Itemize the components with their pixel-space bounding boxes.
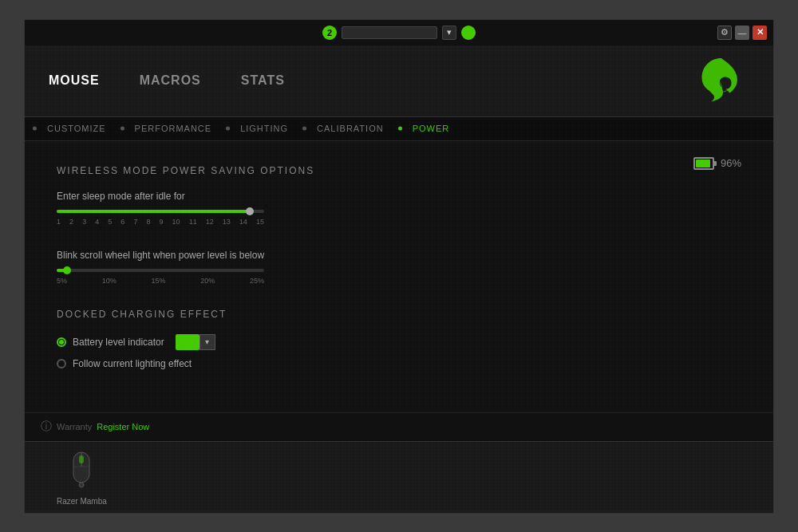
warranty-label: Warranty [57,422,92,432]
close-button[interactable]: ✕ [753,26,767,40]
power-slider-label: Blink scroll wheel light when power leve… [57,250,741,261]
sub-nav-lighting[interactable]: LIGHTING [226,117,302,140]
power-slider-track[interactable] [57,269,264,272]
color-picker-button[interactable] [176,334,200,350]
device-bar: Razer Mamba [25,441,773,513]
sleep-slider-thumb[interactable] [246,207,254,215]
sleep-slider-section: Enter sleep mode after idle for 1 2 3 4 … [57,191,741,226]
radio-follow-lighting[interactable]: Follow current lighting effect [57,358,741,369]
battery-fill [696,160,710,167]
power-slider-section: Blink scroll wheel light when power leve… [57,250,741,285]
minimize-button[interactable]: — [735,26,749,40]
sub-nav-customize[interactable]: CUSTOMIZE [33,117,120,140]
main-content: 96% WIRELESS MODE POWER SAVING OPTIONS E… [25,141,773,412]
sub-nav: CUSTOMIZE PERFORMANCE LIGHTING CALIBRATI… [25,117,773,141]
footer: ⓘ Warranty Register Now [25,412,773,441]
profile-bar [342,26,437,39]
radio-label-follow: Follow current lighting effect [73,358,192,369]
sub-nav-performance[interactable]: PERFORMANCE [120,117,227,140]
power-slider-fill [57,269,67,272]
radio-label-battery: Battery level indicator [73,337,164,348]
power-slider-ticks: 5% 10% 15% 20% 25% [57,277,264,285]
battery-level: 96% [721,157,741,169]
battery-icon [693,157,714,170]
nav-tabs: MOUSE MACROS STATS [49,73,285,88]
power-slider-container[interactable]: 5% 10% 15% 20% 25% [57,269,741,285]
section-title: WIRELESS MODE POWER SAVING OPTIONS [57,165,741,176]
color-picker-dropdown[interactable]: ▾ [200,334,215,350]
sub-nav-calibration[interactable]: CALIBRATION [302,117,398,140]
window-controls: ⚙ — ✕ [717,26,767,40]
docked-section: DOCKED CHARGING EFFECT Battery level ind… [57,309,741,369]
settings-button[interactable]: ⚙ [717,26,732,40]
docked-section-title: DOCKED CHARGING EFFECT [57,309,741,320]
sleep-slider-ticks: 1 2 3 4 5 6 7 8 9 10 11 12 13 14 15 [57,218,264,226]
nav-tab-mouse[interactable]: MOUSE [49,73,100,88]
svg-point-4 [79,483,84,487]
nav-tab-stats[interactable]: STATS [241,73,285,88]
sleep-slider-track[interactable] [57,210,264,213]
title-bar-center: 2 ▾ [322,26,476,40]
profile-dropdown-button[interactable]: ▾ [442,26,456,40]
power-slider-thumb[interactable] [63,266,71,274]
device-name: Razer Mamba [57,497,107,506]
radio-battery-indicator[interactable]: Battery level indicator ▾ [57,334,741,350]
radio-button-battery[interactable] [57,337,66,347]
header: MOUSE MACROS STATS [25,45,773,117]
sub-nav-power[interactable]: POWER [398,117,464,140]
app-window: 2 ▾ ⚙ — ✕ MOUSE MACROS STATS [24,19,774,514]
register-link[interactable]: Register Now [97,422,149,432]
sleep-slider-label: Enter sleep mode after idle for [57,191,741,202]
svg-rect-2 [79,455,84,463]
title-bar: 2 ▾ ⚙ — ✕ [25,20,773,45]
sleep-slider-fill [57,210,250,213]
connection-indicator [461,26,476,40]
mouse-icon-container [65,449,97,493]
warranty-icon: ⓘ [41,420,52,434]
profile-badge: 2 [322,26,337,40]
radio-button-follow[interactable] [57,359,66,368]
razer-logo [693,53,749,108]
sleep-slider-container[interactable]: 1 2 3 4 5 6 7 8 9 10 11 12 13 14 15 [57,210,741,226]
battery-indicator: 96% [693,157,741,170]
device-item[interactable]: Razer Mamba [57,449,107,506]
nav-tab-macros[interactable]: MACROS [140,73,201,88]
